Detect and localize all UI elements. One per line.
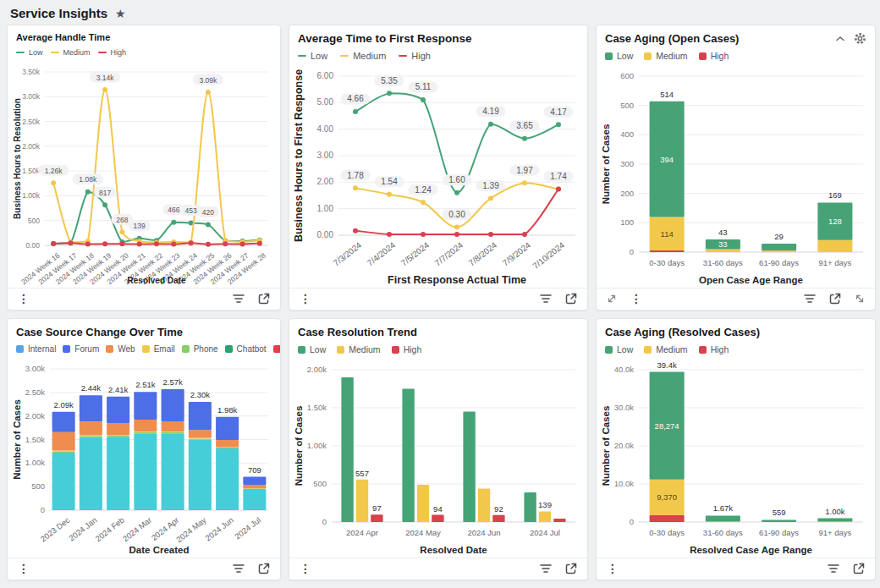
bar-segment-web[interactable] bbox=[216, 440, 239, 447]
bar-segment-forum[interactable] bbox=[243, 477, 266, 485]
filter-icon[interactable] bbox=[540, 294, 552, 304]
bar-segment-phone[interactable] bbox=[134, 432, 157, 433]
bar-segment-web[interactable] bbox=[134, 420, 157, 431]
kebab-menu-icon[interactable]: ⋮ bbox=[300, 293, 311, 305]
bar-low[interactable] bbox=[402, 389, 414, 523]
bar-segment-medium[interactable] bbox=[762, 250, 796, 252]
legend-item-forum[interactable]: Forum bbox=[63, 344, 99, 354]
filter-icon[interactable] bbox=[540, 563, 552, 574]
resize-handle-icon[interactable] bbox=[607, 294, 617, 304]
bar-segment-p[interactable] bbox=[134, 433, 157, 510]
star-icon[interactable]: ★ bbox=[115, 8, 126, 19]
bar-segment-web[interactable] bbox=[162, 421, 184, 431]
legend-item-medium[interactable]: Medium bbox=[340, 51, 386, 61]
bar-segment-p[interactable] bbox=[52, 453, 75, 510]
bar-segment-forum[interactable] bbox=[52, 412, 75, 432]
filter-icon[interactable] bbox=[233, 294, 245, 304]
legend-item-high[interactable]: High bbox=[699, 344, 729, 354]
legend-item-web[interactable]: Web bbox=[106, 344, 135, 354]
bar-segment-p[interactable] bbox=[107, 437, 129, 510]
bar-segment-p[interactable] bbox=[189, 440, 212, 511]
bar-segment-forum[interactable] bbox=[107, 397, 129, 423]
filter-icon[interactable] bbox=[828, 563, 839, 574]
bar-segment-low[interactable] bbox=[762, 519, 796, 522]
legend-item-low[interactable]: Low bbox=[16, 48, 43, 57]
bar-segment-medium[interactable] bbox=[706, 521, 740, 522]
resize-handle-icon[interactable] bbox=[855, 294, 865, 304]
bar-segment-low[interactable] bbox=[706, 515, 740, 521]
open-external-icon[interactable] bbox=[853, 563, 865, 574]
legend-item-high[interactable]: High bbox=[392, 344, 422, 354]
bar-segment-web[interactable] bbox=[52, 432, 75, 451]
bar-high[interactable] bbox=[371, 514, 382, 522]
bar-segment-forum[interactable] bbox=[162, 389, 184, 421]
chevron-up-icon[interactable] bbox=[835, 36, 845, 42]
bar-segment-email[interactable] bbox=[134, 431, 157, 432]
kebab-menu-icon[interactable]: ⋮ bbox=[300, 563, 311, 574]
bar-segment-phone[interactable] bbox=[80, 436, 102, 437]
bar-segment-high[interactable] bbox=[650, 250, 685, 252]
legend-item-email[interactable]: Email bbox=[142, 344, 175, 354]
bar-segment-p[interactable] bbox=[162, 433, 184, 510]
bar-segment-low[interactable] bbox=[762, 244, 796, 250]
filter-icon[interactable] bbox=[804, 294, 816, 304]
bar-segment-email[interactable] bbox=[52, 451, 75, 452]
bar-segment-forum[interactable] bbox=[189, 402, 212, 430]
legend-item-high[interactable]: High bbox=[98, 48, 127, 57]
legend-item-portal[interactable]: Portal bbox=[273, 344, 280, 354]
bar-high[interactable] bbox=[553, 519, 565, 522]
bar-medium[interactable] bbox=[356, 480, 368, 522]
bar-segment-phone[interactable] bbox=[162, 432, 184, 433]
bar-segment-forum[interactable] bbox=[80, 395, 102, 421]
open-external-icon[interactable] bbox=[258, 293, 270, 305]
legend-item-low[interactable]: Low bbox=[605, 344, 633, 354]
bar-segment-medium[interactable] bbox=[706, 250, 740, 252]
legend-item-medium[interactable]: Medium bbox=[644, 344, 687, 354]
bar-segment-low[interactable] bbox=[817, 519, 852, 522]
bar-segment-web[interactable] bbox=[80, 421, 102, 435]
bar-segment-email[interactable] bbox=[216, 447, 239, 448]
legend-item-medium[interactable]: Medium bbox=[337, 344, 380, 354]
legend-item-medium[interactable]: Medium bbox=[644, 51, 687, 61]
bar-segment-web[interactable] bbox=[189, 430, 212, 437]
open-external-icon[interactable] bbox=[565, 563, 577, 574]
kebab-menu-icon[interactable]: ⋮ bbox=[607, 563, 618, 574]
bar-medium[interactable] bbox=[417, 485, 429, 522]
legend-item-low[interactable]: Low bbox=[298, 51, 327, 61]
legend-item-internal[interactable]: Internal bbox=[16, 344, 56, 354]
bar-segment-web[interactable] bbox=[243, 485, 266, 488]
legend-item-low[interactable]: Low bbox=[298, 344, 326, 354]
gear-icon[interactable] bbox=[854, 32, 866, 45]
kebab-menu-icon[interactable]: ⋮ bbox=[630, 293, 641, 305]
bar-segment-email[interactable] bbox=[162, 431, 184, 432]
legend-item-high[interactable]: High bbox=[399, 51, 431, 61]
kebab-menu-icon[interactable]: ⋮ bbox=[18, 563, 29, 574]
bar-segment-phone[interactable] bbox=[107, 436, 129, 437]
kebab-menu-icon[interactable]: ⋮ bbox=[18, 293, 29, 305]
bar-segment-email[interactable] bbox=[189, 438, 212, 439]
bar-high[interactable] bbox=[432, 515, 443, 522]
legend-item-medium[interactable]: Medium bbox=[51, 48, 91, 57]
bar-segment-medium[interactable] bbox=[817, 240, 852, 252]
bar-segment-email[interactable] bbox=[107, 435, 129, 436]
bar-segment-web[interactable] bbox=[107, 423, 129, 435]
legend-item-phone[interactable]: Phone bbox=[182, 344, 218, 354]
bar-segment-p[interactable] bbox=[80, 437, 102, 510]
bar-segment-p[interactable] bbox=[216, 448, 239, 510]
legend-item-low[interactable]: Low bbox=[605, 51, 633, 61]
bar-segment-forum[interactable] bbox=[216, 417, 239, 440]
bar-segment-high[interactable] bbox=[650, 515, 685, 522]
bar-medium[interactable] bbox=[539, 511, 551, 522]
legend-item-high[interactable]: High bbox=[699, 51, 729, 61]
bar-low[interactable] bbox=[463, 412, 475, 523]
bar-segment-email[interactable] bbox=[80, 435, 102, 436]
open-external-icon[interactable] bbox=[258, 563, 270, 574]
filter-icon[interactable] bbox=[233, 563, 245, 574]
bar-segment-phone[interactable] bbox=[52, 452, 75, 453]
bar-low[interactable] bbox=[524, 492, 536, 522]
bar-segment-forum[interactable] bbox=[134, 392, 157, 420]
bar-segment-phone[interactable] bbox=[216, 448, 239, 448]
bar-segment-phone[interactable] bbox=[189, 438, 212, 439]
bar-low[interactable] bbox=[341, 377, 353, 522]
bar-high[interactable] bbox=[492, 515, 504, 522]
